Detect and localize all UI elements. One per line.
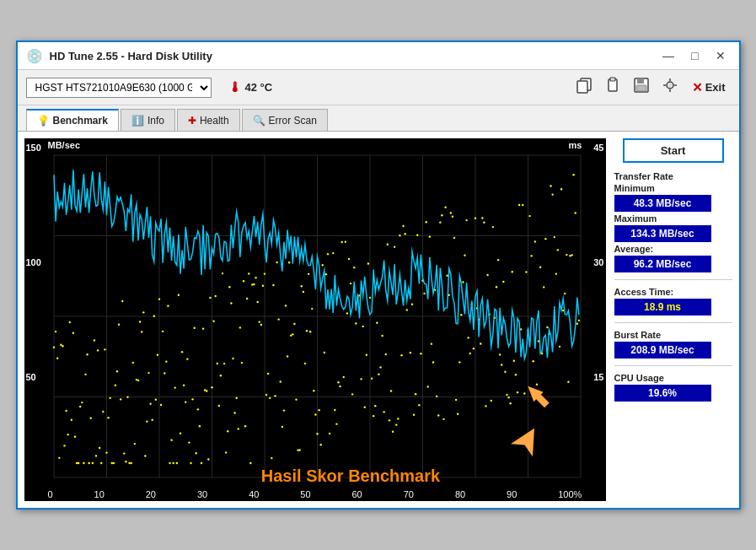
svg-rect-5 (637, 78, 644, 84)
app-icon: 💿 (26, 48, 43, 64)
cpu-usage-group: CPU Usage 19.6% (614, 373, 732, 402)
benchmark-tab-label: Benchmark (53, 115, 108, 127)
tab-health[interactable]: ✚ Health (177, 109, 240, 131)
title-controls: — □ ✕ (657, 47, 730, 64)
maximum-value: 134.3 MB/sec (614, 225, 711, 242)
exit-label: Exit (705, 81, 726, 94)
tab-benchmark[interactable]: 💡 Benchmark (26, 109, 119, 131)
errorscan-tab-icon: 🔍 (253, 115, 265, 127)
average-value: 96.2 MB/sec (614, 256, 711, 272)
health-tab-label: Health (200, 115, 229, 127)
burst-rate-value: 208.9 MB/sec (614, 342, 711, 359)
divider-3 (614, 365, 732, 366)
transfer-rate-title: Transfer Rate (614, 171, 732, 181)
svg-rect-1 (577, 81, 587, 93)
divider-2 (614, 322, 732, 323)
transfer-rate-group: Transfer Rate Minimum 48.3 MB/sec Maximu… (614, 171, 732, 272)
title-bar-left: 💿 HD Tune 2.55 - Hard Disk Utility (26, 48, 212, 64)
tab-info[interactable]: ℹ️ Info (121, 109, 175, 131)
chart-area: MB/sec ms 150 100 50 45 30 15 010203040 … (24, 138, 606, 501)
thermometer-icon: 🌡 (228, 80, 242, 95)
tab-bar: 💡 Benchmark ℹ️ Info ✚ Health 🔍 Error Sca… (18, 105, 739, 132)
benchmark-tab-icon: 💡 (37, 115, 50, 127)
title-bar: 💿 HD Tune 2.55 - Hard Disk Utility — □ ✕ (18, 42, 739, 70)
burst-rate-title: Burst Rate (614, 330, 732, 340)
copy-icon-button[interactable] (572, 75, 596, 100)
exit-button[interactable]: ✕ Exit (687, 78, 731, 98)
tab-errorscan[interactable]: 🔍 Error Scan (242, 109, 328, 131)
minimum-label: Minimum (614, 183, 732, 193)
chart-unit-left: MB/sec (48, 140, 81, 150)
main-window: 💿 HD Tune 2.55 - Hard Disk Utility — □ ✕… (16, 40, 741, 510)
info-tab-label: Info (147, 115, 164, 127)
svg-rect-3 (610, 78, 615, 81)
divider-1 (614, 279, 732, 280)
access-time-group: Access Time: 18.9 ms (614, 287, 732, 315)
svg-rect-6 (636, 85, 646, 91)
benchmark-chart (24, 138, 606, 501)
info-tab-icon: ℹ️ (131, 115, 144, 127)
average-label: Average: (614, 244, 732, 254)
errorscan-tab-label: Error Scan (269, 115, 317, 127)
access-time-title: Access Time: (614, 287, 732, 297)
save-icon-button[interactable] (630, 75, 653, 100)
temperature-value: 42 °C (245, 81, 273, 94)
temperature-display: 🌡 42 °C (228, 80, 273, 95)
cpu-usage-value: 19.6% (614, 385, 711, 402)
maximize-button[interactable]: □ (686, 47, 703, 64)
minimize-button[interactable]: — (657, 47, 679, 64)
sidebar: Start Transfer Rate Minimum 48.3 MB/sec … (614, 138, 732, 501)
burst-rate-group: Burst Rate 208.9 MB/sec (614, 330, 732, 359)
content-area: MB/sec ms 150 100 50 45 30 15 010203040 … (18, 132, 739, 508)
tools-icon-button[interactable] (658, 75, 682, 100)
start-button[interactable]: Start (623, 138, 724, 163)
maximum-label: Maximum (614, 213, 732, 224)
cpu-usage-title: CPU Usage (614, 373, 732, 383)
minimum-value: 48.3 MB/sec (614, 195, 711, 212)
close-button[interactable]: ✕ (710, 47, 731, 64)
disk-selector[interactable]: HGST HTS721010A9E630 (1000 GB) (26, 78, 212, 98)
chart-unit-right: ms (569, 140, 582, 150)
svg-point-7 (667, 82, 673, 89)
window-title: HD Tune 2.55 - Hard Disk Utility (50, 50, 212, 62)
toolbar-icons: ✕ Exit (572, 75, 731, 100)
exit-x-icon: ✕ (692, 80, 703, 95)
toolbar: HGST HTS721010A9E630 (1000 GB) 🌡 42 °C (18, 70, 739, 105)
health-tab-icon: ✚ (188, 115, 196, 127)
paste-icon-button[interactable] (601, 75, 625, 100)
access-time-value: 18.9 ms (614, 299, 711, 315)
